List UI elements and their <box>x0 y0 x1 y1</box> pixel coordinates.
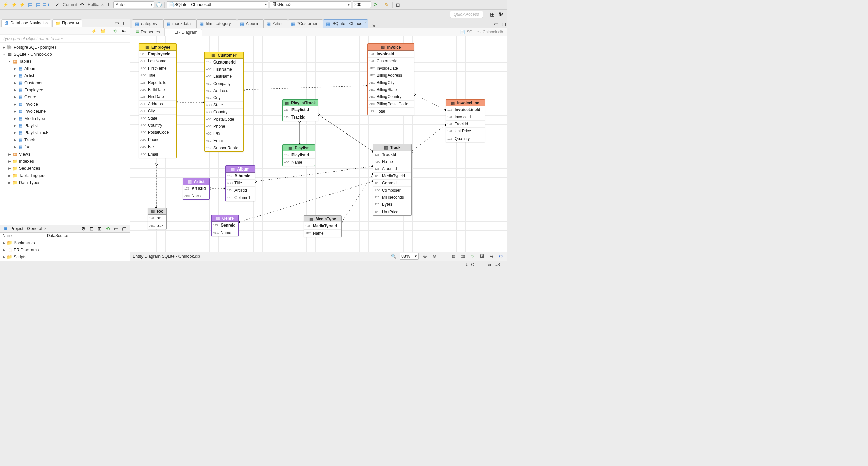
tree-indexes-folder[interactable]: ▶📁Indexes <box>0 158 130 165</box>
tx-icon[interactable]: T <box>105 1 112 8</box>
column-mediatypeid[interactable]: 123MediaTypeId <box>304 222 341 230</box>
column-playlistid[interactable]: 123PlaylistId <box>283 151 315 159</box>
sql-script-icon[interactable]: ▤ <box>35 1 41 8</box>
maximize-icon[interactable]: ▢ <box>121 20 128 26</box>
tree-table-playlisttrack[interactable]: ▶▦PlaylistTrack <box>0 129 130 136</box>
refresh-icon[interactable]: ⟳ <box>372 1 379 8</box>
entity-playlisttrack[interactable]: PlaylistTrack123PlaylistId123TrackId <box>282 99 318 121</box>
column-company[interactable]: ABCCompany <box>205 80 243 87</box>
layout-icon[interactable]: ⬚ <box>440 253 447 260</box>
column-title[interactable]: ABCTitle <box>226 180 255 187</box>
tree-views-folder[interactable]: ▶▦Views <box>0 150 130 158</box>
editor-tab-category[interactable]: ▦category <box>132 19 163 28</box>
grid2-icon[interactable]: ▦ <box>459 253 466 260</box>
column-quantity[interactable]: 123Quantity <box>446 135 485 142</box>
properties-tab[interactable]: ▤Properties <box>131 28 165 36</box>
column-column1[interactable]: ⬚Column1 <box>226 194 255 201</box>
column-name[interactable]: ABCName <box>373 158 411 165</box>
zoom-input[interactable]: 88%▾ <box>400 253 419 260</box>
zoom-out-icon[interactable]: ⊖ <box>431 253 438 260</box>
tree-table-invoice[interactable]: ▶▦Invoice <box>0 101 130 108</box>
editor-tab-customer[interactable]: ▦*Customer <box>288 19 323 28</box>
close-icon[interactable]: × <box>44 226 46 231</box>
editor-tab-mockdata[interactable]: ▦mockdata <box>163 19 196 28</box>
column-email[interactable]: ABCEmail <box>139 150 176 158</box>
sql-editor-icon[interactable]: ▤ <box>26 1 33 8</box>
tree-table-customer[interactable]: ▶▦Customer <box>0 79 130 86</box>
more-tabs-indicator[interactable]: »5 <box>371 22 375 28</box>
column-artistid[interactable]: 123ArtistId <box>226 187 255 194</box>
project-er-diagrams[interactable]: ▶⬚ER Diagrams <box>0 246 130 253</box>
perspective-icon[interactable]: ▦ <box>489 11 495 18</box>
minimize-icon[interactable]: ▭ <box>493 21 499 28</box>
entity-invoice[interactable]: Invoice123InvoiceId123CustomerIdABCInvoi… <box>367 43 414 115</box>
column-email[interactable]: ABCEmail <box>205 137 243 144</box>
project-bookmarks[interactable]: ▶📁Bookmarks <box>0 239 130 246</box>
export-icon[interactable]: 🖼 <box>478 253 485 260</box>
column-milliseconds[interactable]: 123Milliseconds <box>373 194 411 201</box>
close-icon[interactable]: × <box>365 21 367 24</box>
column-bytes[interactable]: 123Bytes <box>373 201 411 208</box>
column-postalcode[interactable]: ABCPostalCode <box>205 116 243 123</box>
minimize-icon[interactable]: ▭ <box>113 20 120 26</box>
minimize-icon[interactable]: ▭ <box>113 225 119 232</box>
column-supportrepid[interactable]: 123SupportRepId <box>205 144 243 151</box>
column-customerid[interactable]: 123CustomerId <box>368 58 414 65</box>
new-connection-icon[interactable]: ⚡ <box>10 1 17 8</box>
column-name[interactable]: ABCName <box>212 229 238 236</box>
column-bar[interactable]: 123bar <box>148 215 166 222</box>
tree-sequences-folder[interactable]: ▶📁Sequences <box>0 165 130 172</box>
column-phone[interactable]: ABCPhone <box>205 123 243 130</box>
disconnect-icon[interactable]: ⚡ <box>18 1 25 8</box>
column-country[interactable]: ABCCountry <box>139 122 176 129</box>
refresh-icon[interactable]: ⟲ <box>112 28 119 34</box>
connection-select[interactable]: 📄 SQLite - Chinook.db <box>167 1 268 8</box>
column-baz[interactable]: ABCbaz <box>148 222 166 229</box>
column-customerid[interactable]: 123CustomerId <box>205 59 243 66</box>
column-lastname[interactable]: ABCLastName <box>205 73 243 80</box>
tree-tables-folder[interactable]: ▼▦Tables <box>0 58 130 65</box>
quick-access-input[interactable]: Quick Access <box>450 11 483 18</box>
column-city[interactable]: ABCCity <box>205 94 243 102</box>
column-trackid[interactable]: 123TrackId <box>446 121 485 128</box>
tree-datatypes-folder[interactable]: ▶📁Data Types <box>0 179 130 186</box>
collapse-icon[interactable]: ⇤ <box>121 28 128 34</box>
column-postalcode[interactable]: ABCPostalCode <box>139 129 176 136</box>
commit-icon[interactable]: ✓ <box>54 1 61 8</box>
database-navigator-tab[interactable]: 🗄 Database Navigat × <box>1 19 51 27</box>
tree-table-track[interactable]: ▶▦Track <box>0 136 130 143</box>
collapse-icon[interactable]: ⊟ <box>88 225 95 232</box>
maximize-icon[interactable]: ▢ <box>500 21 507 28</box>
column-artistid[interactable]: 123ArtistId <box>183 185 209 192</box>
connect-icon[interactable]: ⚡ <box>2 1 9 8</box>
tree-table-artist[interactable]: ▶▦Artist <box>0 72 130 79</box>
column-billingcity[interactable]: ABCBillingCity <box>368 79 414 86</box>
er-diagram-canvas[interactable]: Employee123EmployeeIdABCLastNameABCFirst… <box>130 36 507 252</box>
column-lastname[interactable]: ABCLastName <box>139 58 176 65</box>
column-trackid[interactable]: 123TrackId <box>283 113 318 121</box>
nav-filter-input[interactable] <box>0 35 130 43</box>
entity-mediatype[interactable]: MediaType123MediaTypeIdABCName <box>304 215 342 237</box>
column-billingaddress[interactable]: ABCBillingAddress <box>368 72 414 79</box>
column-unitprice[interactable]: 123UnitPrice <box>373 208 411 215</box>
column-address[interactable]: ABCAddress <box>205 87 243 94</box>
column-state[interactable]: ABCState <box>139 115 176 122</box>
column-total[interactable]: 123Total <box>368 108 414 115</box>
column-title[interactable]: ABCTitle <box>139 72 176 79</box>
editor-tab-sqlitechinoo[interactable]: ▦SQLite - Chinoo× <box>323 19 368 28</box>
tree-table-invoiceline[interactable]: ▶▦InvoiceLine <box>0 108 130 115</box>
tree-db-sqlite[interactable]: ▼SQLite - Chinook.db <box>0 51 130 58</box>
column-playlistid[interactable]: 123PlaylistId <box>283 106 318 113</box>
column-country[interactable]: ABCCountry <box>205 109 243 116</box>
column-mediatypeid[interactable]: 123MediaTypeId <box>373 173 411 180</box>
settings-icon[interactable]: ⚙ <box>497 253 504 260</box>
gear-icon[interactable]: ⚙ <box>80 225 87 232</box>
stop-icon[interactable]: ◻ <box>395 1 401 8</box>
commit-label[interactable]: Commit <box>63 2 77 7</box>
tree-table-employee[interactable]: ▶▦Employee <box>0 86 130 93</box>
column-genreid[interactable]: 123GenreId <box>373 180 411 187</box>
schema-select[interactable]: 🗄 <None> <box>270 1 351 8</box>
tree-table-album[interactable]: ▶▦Album <box>0 65 130 72</box>
editor-tab-album[interactable]: ▦Album <box>237 19 264 28</box>
column-name[interactable]: ABCName <box>304 230 341 237</box>
